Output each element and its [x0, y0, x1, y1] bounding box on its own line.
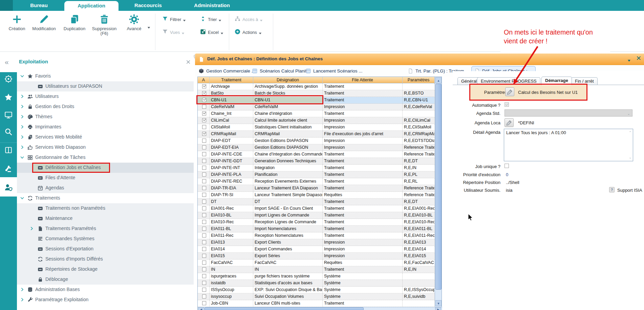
sidebar-item-traitements[interactable]: Traitements	[17, 193, 194, 203]
row-checkbox[interactable]	[202, 172, 206, 177]
scroll-up-icon[interactable]: ▲	[435, 77, 442, 83]
row-checkbox[interactable]	[202, 179, 206, 183]
sidebar-item-commandes-systemes[interactable]: Commandes Systèmes	[17, 234, 194, 244]
toolbar-button-filtrer[interactable]: Filtrer	[162, 15, 186, 24]
chevron-right-icon[interactable]	[20, 94, 25, 99]
table-row-eia011-bl[interactable]: EIA011-BLImport NomenclaturesTraitementR…	[198, 226, 435, 232]
row-checkbox[interactable]	[202, 254, 206, 258]
menu-tab-bureau[interactable]: Bureau	[20, 0, 58, 11]
detail-tab-demarrage[interactable]: Démarrage	[541, 77, 572, 85]
column-header-a[interactable]: A	[198, 77, 210, 83]
table-row-clistamoil[interactable]: CliStaMoilStatistiques Client initialisa…	[198, 124, 435, 131]
table-row-diap-inte-gdt[interactable]: DIAP-INTE-GDTGeneration Donnees Techniqu…	[198, 158, 435, 165]
row-checkbox[interactable]	[202, 125, 206, 129]
table-row-crmrapmail[interactable]: CRMRapMailCRMRapMailFile d'execution des…	[198, 131, 435, 138]
rail-item-search[interactable]	[4, 127, 13, 136]
sidebar-item-gestionnaire-de-taches[interactable]: Gestionnaire de Tâches	[17, 152, 194, 163]
table-row-eia013[interactable]: EIA013Export ClientsImpressionR,E,EIA013	[198, 239, 435, 246]
table-row-ispurgetraces[interactable]: ispurgetracespurge fichiers traces systè…	[198, 273, 435, 280]
table-row-issysoccup[interactable]: issysoccupSuivi Occupation VolumesSystèm…	[198, 293, 435, 300]
detail-agenda-textarea[interactable]: Lancer Tous les jours : A 01:00 ⌃ ⌄	[504, 129, 633, 161]
table-row-eia014[interactable]: EIA014Export CommandesImpressionR,E,EIA0…	[198, 246, 435, 253]
row-checkbox[interactable]	[202, 139, 206, 143]
chevron-down-icon[interactable]	[20, 74, 25, 79]
vertical-scroll-thumb[interactable]	[435, 84, 442, 290]
row-checkbox[interactable]	[202, 294, 206, 298]
scroll-down-icon[interactable]: ▼	[435, 300, 442, 306]
toolbar-button-suppression[interactable]: Suppression(F6)	[89, 14, 119, 36]
table-row-in[interactable]: ININTraitementR,E,IN	[198, 266, 435, 273]
row-checkbox[interactable]	[202, 200, 206, 204]
chevron-right-icon[interactable]	[20, 124, 25, 129]
chevron-right-icon[interactable]	[20, 287, 25, 292]
sidebar-item-themes[interactable]: Thèmes	[17, 112, 194, 122]
row-checkbox[interactable]	[202, 267, 206, 271]
menu-tab-application[interactable]: Application	[64, 1, 119, 11]
scroll-left-icon[interactable]: ◀	[198, 307, 204, 310]
document-tab-lancement-scenarios[interactable]: Lancement Scénarios ...	[303, 66, 365, 76]
table-row-dt[interactable]: DTDTTraitementR,E,DT	[198, 199, 435, 205]
row-checkbox[interactable]	[202, 145, 206, 149]
row-checkbox[interactable]	[202, 274, 206, 278]
row-checkbox[interactable]	[202, 206, 206, 210]
row-checkbox[interactable]	[202, 301, 206, 305]
table-row-job-cbn[interactable]: Job-CBNLanceur CBN multi-sitesTraitement	[198, 300, 435, 307]
agenda-std-select[interactable]: ⌄	[505, 109, 632, 117]
toolbar-button-modification[interactable]: Modification	[29, 14, 59, 31]
document-tab-gestion-commerciale[interactable]: Gestion Commerciale ...	[196, 66, 258, 76]
table-row-eia015[interactable]: EIA015Export SériesImpressionR,E,EIA015	[198, 253, 435, 260]
row-checkbox[interactable]	[202, 193, 206, 197]
chevron-down-icon[interactable]	[20, 195, 25, 201]
table-vertical-scrollbar[interactable]: ▲ ▼	[435, 77, 442, 307]
sidebar-item-traitements-parametres[interactable]: Traitements Paramétrés	[17, 224, 194, 234]
row-checkbox[interactable]	[202, 118, 206, 122]
chevron-right-icon[interactable]	[20, 104, 25, 109]
row-checkbox[interactable]	[202, 98, 206, 102]
table-row-archivage[interactable]: ArchivageArchivage/Supp. données gestion…	[198, 83, 435, 90]
row-checkbox[interactable]	[202, 261, 206, 265]
sidebar-collapse-icon[interactable]: «	[5, 58, 9, 66]
chevron-right-icon[interactable]	[20, 135, 25, 140]
sidebar-item-definition-jobs-et-chaines[interactable]: Définition Jobs et Chaînes	[17, 163, 194, 173]
row-checkbox[interactable]	[202, 227, 206, 231]
menu-tab-administration[interactable]: Administration	[190, 0, 234, 11]
table-row-eia011-rec[interactable]: EIA011-RecReception NomenclaturesTraitem…	[198, 232, 435, 239]
sidebar-item-administration-bases[interactable]: Administration Bases	[17, 285, 194, 295]
row-checkbox[interactable]	[202, 288, 206, 292]
menu-tab-raccourcis[interactable]: Raccourcis	[129, 0, 168, 11]
table-row-eia010-rec[interactable]: EIA010-RecReception Lignes de CommandeTr…	[198, 219, 435, 226]
toolbar-button-duplication[interactable]: Duplication	[60, 14, 89, 31]
table-row-diap-edt-eia[interactable]: DIAP-EDT-EIAGestion Editions DIAPASONImp…	[198, 144, 435, 151]
row-checkbox[interactable]	[202, 233, 206, 237]
table-row-clilimcal[interactable]: CliLimCalCalcul limite autorisée clientI…	[198, 117, 435, 124]
sidebar-item-maintenance[interactable]: Maintenance	[17, 213, 194, 224]
row-checkbox[interactable]	[202, 105, 206, 109]
row-checkbox[interactable]	[202, 159, 206, 163]
titlebar-caret-down-icon[interactable]	[627, 58, 631, 61]
table-row-batsto[interactable]: BatStoBatch de StocksTraitementR,E,BSTO	[198, 90, 435, 97]
table-row-diap-inte-pla[interactable]: DIAP-INTE-PLAPlanificationTraitementR,E,…	[198, 171, 435, 178]
detail-tab-fin-arret[interactable]: Fin / arrêt	[571, 77, 598, 85]
row-checkbox[interactable]	[202, 186, 206, 190]
table-row-cderelvalm[interactable]: CdeRelValMCdeRelValMImpressionR,E,CdeRel…	[198, 104, 435, 110]
table-row-diap-tr-eia[interactable]: DIAP-TR-EIALanceur Traitement EIA Diapas…	[198, 185, 435, 192]
table-row-diap-inte-rec[interactable]: DIAP-INTE-RECReception Evenements Extern…	[198, 178, 435, 185]
table-row-cbn-u1[interactable]: CBN-U1CBN-U1TraitementR,E,CBN-U1	[198, 97, 435, 104]
toolbar-button-trier[interactable]: Trier	[200, 15, 221, 24]
chevron-right-icon[interactable]	[29, 226, 34, 231]
row-checkbox[interactable]	[202, 281, 206, 285]
chevron-right-icon[interactable]	[20, 145, 25, 150]
sidebar-item-repertoires-de-stockage[interactable]: Répertoires de Stockage	[17, 264, 194, 274]
help-question-button[interactable]: ?	[609, 187, 615, 192]
toolbar-button-creation[interactable]: Création	[2, 14, 32, 31]
row-checkbox[interactable]	[202, 84, 206, 88]
table-row-faccalvac[interactable]: FacCalVACFacCalVACRequêtesR,E,FacCalVAC	[198, 260, 435, 266]
table-row-diap-tr-si[interactable]: DIAP-TR-SILanceur Traitement Simple Diap…	[198, 192, 435, 199]
table-row-eia010-bl[interactable]: EIA010-BLImport Lignes de CommandeTraite…	[198, 212, 435, 219]
row-checkbox[interactable]	[202, 240, 206, 244]
sidebar-item-imprimantes[interactable]: Imprimantes	[17, 122, 194, 132]
table-horizontal-scrollbar[interactable]: ◀ ▶	[198, 307, 442, 310]
row-checkbox[interactable]	[202, 91, 206, 95]
table-row-eia001-rec[interactable]: EIA001-RecImport SAGE - En Cours ClientT…	[198, 205, 435, 212]
rail-item-wheel[interactable]	[4, 75, 13, 83]
